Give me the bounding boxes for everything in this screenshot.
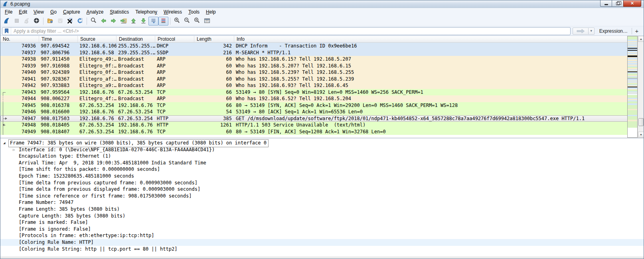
go-to-packet-button[interactable] — [119, 17, 128, 26]
menu-item-edit[interactable]: Edit — [16, 8, 30, 16]
open-capture-file-button[interactable] — [45, 17, 55, 26]
start-capture-button[interactable] — [2, 17, 12, 26]
detail-line[interactable]: [Coloring Rule String: http || tcp.port … — [0, 246, 644, 253]
capture-options-button[interactable] — [32, 17, 41, 26]
minimap-stripe — [628, 116, 637, 120]
packet-row-74941[interactable]: 74941907.928367Elitegro_af:…BroadcastARP… — [0, 76, 628, 83]
add-filter-button[interactable]: + — [632, 28, 642, 34]
detail-line[interactable]: Frame Length: 385 bytes (3080 bits) — [0, 206, 644, 213]
find-packet-button[interactable] — [89, 17, 99, 26]
colorize-list-icon — [160, 18, 167, 25]
menu-item-wireless[interactable]: Wireless — [160, 8, 185, 16]
reload-capture-file-button[interactable] — [75, 17, 85, 26]
column-header-time[interactable]: Time — [39, 36, 78, 42]
packet-row-74937[interactable]: 74937907.806796192.168.6.58239.255.255.…… — [0, 49, 628, 56]
wireshark-app-icon — [2, 1, 8, 7]
colorize-packet-list-button[interactable] — [158, 17, 168, 26]
packet-row-74942[interactable]: 74942907.933883Elitegro_a9:…BroadcastARP… — [0, 82, 628, 89]
filter-dropdown-button[interactable]: ▼ — [589, 28, 595, 35]
column-header-no[interactable]: No. — [0, 36, 39, 42]
column-header-dst[interactable]: Destination — [117, 36, 155, 42]
menu-item-telephony[interactable]: Telephony — [132, 8, 160, 16]
filter-bookmark-button[interactable] — [2, 28, 11, 35]
detail-line-text: Epoch Time: 1523280635.485181000 seconds — [19, 173, 134, 180]
menu-item-statistics[interactable]: Statistics — [107, 8, 132, 16]
close-button[interactable]: ✕ — [623, 0, 641, 7]
column-header-src[interactable]: Source — [78, 36, 117, 42]
menu-item-capture[interactable]: Capture — [60, 8, 83, 16]
auto-scroll-list-icon — [150, 18, 157, 25]
cell-info: GET /d/msdownload/update/software/ftpk/2… — [234, 116, 628, 121]
resize-columns-button[interactable] — [202, 17, 212, 26]
detail-line[interactable]: ◢Frame 74947: 385 bytes on wire (3080 bi… — [0, 140, 644, 146]
packet-row-74945[interactable]: 74945908.01637867.26.53.254192.168.6.76T… — [0, 102, 628, 109]
detail-line[interactable]: [Time delta from previous displayed fram… — [0, 186, 644, 193]
packet-row-74949[interactable]: 74949908.01840767.26.53.254192.168.6.76T… — [0, 129, 628, 135]
clipped-next-line — [0, 257, 644, 259]
column-header-info[interactable]: Info — [234, 36, 628, 42]
menu-item-tools[interactable]: Tools — [185, 8, 203, 16]
svg-text:010: 010 — [59, 21, 61, 22]
packet-row-74948[interactable]: 74948908.01840567.26.53.254192.168.6.76H… — [0, 122, 628, 129]
window-title: 6.pcapng — [10, 1, 30, 7]
scrollbar-thumb[interactable] — [638, 118, 644, 126]
menu-item-file[interactable]: File — [2, 8, 16, 16]
menu-item-go[interactable]: Go — [47, 8, 60, 16]
auto-scroll-live-button[interactable] — [148, 17, 158, 26]
packet-list-scrollbar[interactable]: ▲ ▼ — [638, 36, 644, 138]
toolbar-separator — [43, 18, 43, 25]
go-forward-button[interactable] — [109, 17, 119, 26]
go-back-button[interactable] — [99, 17, 109, 26]
close-capture-file-button[interactable] — [65, 17, 75, 26]
packet-row-74947[interactable]: 74947908.017503192.168.6.7667.26.53.254H… — [0, 115, 628, 122]
cell-info: 53149 → 80 [SYN] Seq=0 Win=8192 Len=0 MS… — [234, 89, 628, 95]
cell-time: 907.916988 — [39, 63, 78, 69]
detail-line[interactable]: Encapsulation type: Ethernet (1) — [0, 153, 644, 160]
scroll-up-button[interactable]: ▲ — [638, 36, 644, 42]
column-header-len[interactable]: Length — [194, 36, 234, 42]
detail-line[interactable]: Capture Length: 385 bytes (3080 bits) — [0, 213, 644, 219]
detail-line[interactable]: Frame Number: 74947 — [0, 199, 644, 206]
detail-line[interactable]: Arrival Time: Apr 9, 2018 19:00:35.48518… — [0, 160, 644, 166]
cell-proto: ARP — [155, 69, 194, 75]
packet-row-74939[interactable]: 74939907.916988Elitegro_0f:…BroadcastARP… — [0, 63, 628, 69]
detail-line[interactable]: [Frame is ignored: False] — [0, 226, 644, 233]
intelligent-scrollbar-minimap[interactable] — [627, 36, 638, 138]
display-filter-input[interactable] — [11, 28, 570, 34]
detail-line[interactable]: [Time delta from previous captured frame… — [0, 180, 644, 186]
minimize-button[interactable] — [600, 0, 612, 7]
go-last-packet-button[interactable] — [138, 17, 148, 26]
apply-filter-button[interactable] — [573, 28, 589, 35]
collapsed-expander-icon[interactable]: ▷ — [13, 146, 15, 153]
detail-line[interactable]: [Coloring Rule Name: HTTP] — [0, 239, 644, 246]
menu-item-help[interactable]: Help — [203, 8, 219, 16]
packet-row-74944[interactable]: 74944908.006227Elitegro_4f:…BroadcastARP… — [0, 95, 628, 102]
detail-line[interactable]: [Time shift for this packet: 0.000000000… — [0, 166, 644, 173]
zoom-out-button[interactable] — [182, 17, 192, 26]
menu-item-analyze[interactable]: Analyze — [83, 8, 107, 16]
detail-line[interactable]: [Protocols in frame: eth:ethertype:ip:tc… — [0, 232, 644, 239]
go-first-packet-button[interactable] — [128, 17, 138, 26]
cell-len: 66 — [194, 103, 234, 108]
zoom-in-button[interactable] — [172, 17, 182, 26]
detail-line[interactable]: [Time since reference or first frame: 90… — [0, 193, 644, 200]
reload-arrow-icon — [77, 18, 83, 25]
packet-row-74938[interactable]: 74938907.911450Elitegro_49:…BroadcastARP… — [0, 56, 628, 63]
packet-row-74940[interactable]: 74940907.924389Elitegro_0f:…BroadcastARP… — [0, 69, 628, 76]
expanded-expander-icon[interactable]: ◢ — [3, 140, 5, 146]
detail-line[interactable]: ▷Interface id: 0 (\Device\NPF_{A8B1E1DA-… — [0, 146, 644, 153]
maximize-button[interactable] — [612, 0, 623, 7]
minimize-icon — [604, 4, 608, 5]
column-header-proto[interactable]: Protocol — [155, 36, 194, 42]
menu-item-view[interactable]: View — [30, 8, 47, 16]
title-bar: 6.pcapng ✕ — [0, 0, 644, 8]
scroll-down-button[interactable]: ▼ — [638, 132, 644, 138]
packet-row-74946[interactable]: 74946908.016600192.168.6.7667.26.53.254T… — [0, 109, 628, 115]
expression-button[interactable]: Expression… — [595, 28, 632, 34]
zoom-normal-size-button[interactable] — [192, 17, 202, 26]
detail-line[interactable]: Epoch Time: 1523280635.485181000 seconds — [0, 173, 644, 180]
detail-line[interactable]: [Frame is marked: False] — [0, 219, 644, 226]
packet-row-74936[interactable]: 74936907.694542192.168.6.106255.255.255.… — [0, 43, 628, 49]
packet-row-74943[interactable]: 74943907.959564192.168.6.7667.26.53.254T… — [0, 89, 628, 96]
cell-dst: 239.255.255.… — [117, 50, 155, 55]
